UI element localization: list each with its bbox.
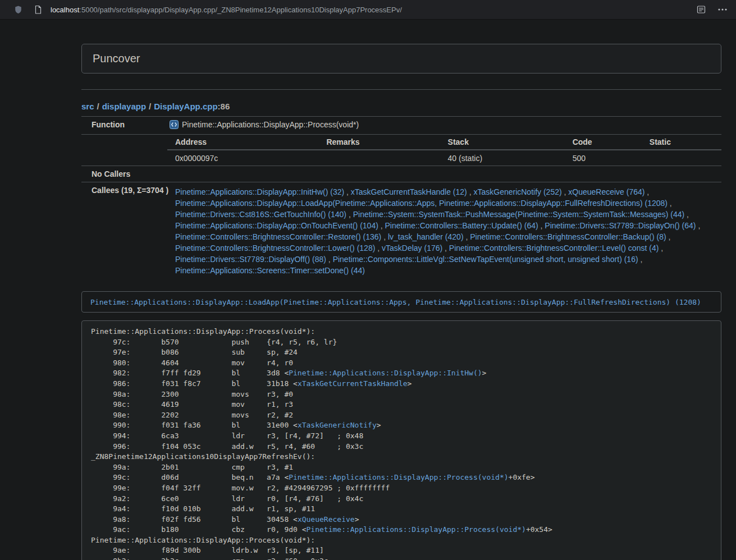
code-line: 98c: 4619 mov r1, r3 [91,400,714,410]
code-line: 97e: b086 sub sp, #24 [91,347,714,358]
callee-link[interactable]: Pinetime::Drivers::Cst816S::GetTouchInfo… [175,210,346,219]
stats-static-value [642,150,721,166]
breadcrumb-separator: / [149,102,151,111]
stats-header-remarks: Remarks [318,135,440,150]
callee-separator: , [666,232,671,241]
callee-link[interactable]: Pinetime::Drivers::St7789::DisplayOff() … [175,255,326,264]
callee-link[interactable]: xTaskGenericNotify (252) [473,187,561,196]
callee-separator: , [644,187,649,196]
navbar: Puncover [81,44,721,74]
function-row: Function Pinetime::Applications::Display… [81,117,721,135]
reading-list-icon[interactable] [696,3,707,16]
callees-row: Callees (19, Σ=3704 ) Pinetime::Applicat… [81,182,721,281]
divider [81,89,721,90]
callees-cell: Pinetime::Applications::DisplayApp::Init… [167,182,721,281]
stats-header-static: Static [642,135,721,150]
stats-header-row: Address Remarks Stack Code Static [167,135,721,150]
highlighted-symbol-link[interactable]: Pinetime::Applications::DisplayApp::Load… [90,298,701,306]
code-symbol-link[interactable]: Pinetime::Applications::DisplayApp::Proc… [307,525,526,534]
callee-link[interactable]: Pinetime::Controllers::BrightnessControl… [449,244,659,253]
code-line: Pinetime::Applications::DisplayApp::Proc… [91,327,714,337]
code-line: 99e: f04f 32ff mov.w r2, #4294967295 ; 0… [91,483,714,494]
code-line: Pinetime::Applications::DisplayApp::Proc… [91,535,714,546]
callee-separator: , [684,210,689,219]
callees-label: Callees (19, Σ=3704 ) [81,182,167,281]
stats-header-stack: Stack [440,135,565,150]
callee-separator: , [381,232,388,241]
callee-link[interactable]: Pinetime::Controllers::BrightnessControl… [470,232,666,241]
callee-separator: , [346,210,353,219]
breadcrumb-link-displayapp[interactable]: displayapp [102,102,146,111]
brand-link[interactable]: Puncover [93,52,140,65]
code-line: 9a4: f10d 010b add.w r1, sp, #11 [91,504,714,515]
callee-link[interactable]: Pinetime::Applications::DisplayApp::OnTo… [175,221,378,230]
stats-remarks-value [318,150,440,166]
callee-link[interactable]: xTaskGetCurrentTaskHandle (12) [351,187,467,196]
callee-link[interactable]: vTaskDelay (176) [382,244,442,253]
url-bar[interactable]: localhost:5000/path/src/displayapp/Displ… [51,6,696,14]
breadcrumb-line-number: :86 [218,102,230,111]
reading-list-icon-svg [697,5,706,14]
callee-separator: , [638,255,643,264]
function-name-cell: Pinetime::Applications::DisplayApp::Proc… [167,117,721,135]
callee-link[interactable]: Pinetime::Components::LittleVgl::SetNewT… [333,255,638,264]
shield-icon[interactable] [12,3,24,16]
code-line: 9ae: f89d 300b ldrb.w r3, [sp, #11] [91,545,714,556]
callee-link[interactable]: Pinetime::Controllers::BrightnessControl… [175,232,381,241]
callee-separator: , [378,221,385,230]
callee-link[interactable]: Pinetime::Controllers::Battery::Update()… [385,221,538,230]
stats-row-label [81,135,167,166]
browser-topbar: localhost:5000/path/src/displayapp/Displ… [0,0,736,20]
page-info-icon[interactable] [33,3,44,16]
callee-link[interactable]: Pinetime::Controllers::BrightnessControl… [175,244,375,253]
callee-separator: , [467,187,474,196]
callee-link[interactable]: xQueueReceive (764) [568,187,644,196]
code-line: 9a8: f02f fd56 bl 30458 <xQueueReceive> [91,515,714,525]
code-line: 986: f031 f8c7 bl 31b18 <xTaskGetCurrent… [91,379,714,389]
callee-link[interactable]: Pinetime::Applications::DisplayApp::Init… [175,187,344,196]
stats-cell: Address Remarks Stack Code Static 0x0000… [167,135,721,166]
callee-link[interactable]: Pinetime::Applications::Screens::Timer::… [175,266,365,275]
code-line: 980: 4604 mov r4, r0 [91,358,714,369]
code-line: 982: f7ff fd29 bl 3d8 <Pinetime::Applica… [91,368,714,379]
stats-code-value: 500 [565,150,642,166]
stats-table: Address Remarks Stack Code Static 0x0000… [167,135,721,166]
callee-separator: , [375,244,382,253]
code-symbol-link[interactable]: xTaskGenericNotify [298,421,377,429]
callee-link[interactable]: lv_task_handler (420) [388,232,464,241]
code-line: 9b2: 2b3c cmp r3, #60 ; 0x3c [91,556,714,560]
stats-stack-value: 40 (static) [440,150,565,166]
callee-separator: , [659,244,663,253]
callee-separator: , [464,232,470,241]
code-symbol-link[interactable]: xQueueReceive [298,515,355,524]
code-line: 9a2: 6ce0 ldr r0, [r4, #76] ; 0x4c [91,494,714,504]
breadcrumb: src/displayapp/DisplayApp.cpp:86 [81,102,721,111]
callee-link[interactable]: Pinetime::System::SystemTask::PushMessag… [353,210,685,219]
breadcrumb-link-src[interactable]: src [81,102,94,111]
callee-link[interactable]: Pinetime::Drivers::St7789::DisplayOn() (… [545,221,696,230]
code-line: 990: f031 fa36 bl 31e00 <xTaskGenericNot… [91,420,714,431]
code-line: _ZN8Pinetime12Applications10DisplayApp7R… [91,452,714,462]
page-info-icon-svg [34,5,42,15]
callee-separator: , [562,187,569,196]
main-content: Puncover src/displayapp/DisplayApp.cpp:8… [81,44,721,560]
function-row-label: Function [81,117,167,135]
highlight-panel: Pinetime::Applications::DisplayApp::Load… [81,291,721,313]
code-symbol-link[interactable]: Pinetime::Applications::DisplayApp::Init… [289,369,482,377]
no-callers-cell [167,166,721,182]
stats-header-code: Code [565,135,642,150]
breadcrumb-separator: / [97,102,99,111]
code-line: 98e: 2202 movs r2, #2 [91,410,714,421]
callee-link[interactable]: Pinetime::Applications::DisplayApp::Load… [175,199,668,208]
code-symbol-link[interactable]: Pinetime::Applications::DisplayApp::Proc… [289,473,508,481]
breadcrumb-link-file[interactable]: DisplayApp.cpp [154,102,217,111]
callee-separator: , [326,255,333,264]
no-callers-label: No Callers [81,166,167,182]
function-name: Pinetime::Applications::DisplayApp::Proc… [182,120,359,129]
code-line: 99a: 2b01 cmp r3, #1 [91,462,714,473]
more-menu-icon[interactable] [717,3,728,16]
stats-header-address: Address [167,135,318,150]
code-symbol-link[interactable]: xTaskGetCurrentTaskHandle [298,379,408,388]
url-host: localhost [51,6,79,14]
stats-address-value: 0x0000097c [167,150,318,166]
